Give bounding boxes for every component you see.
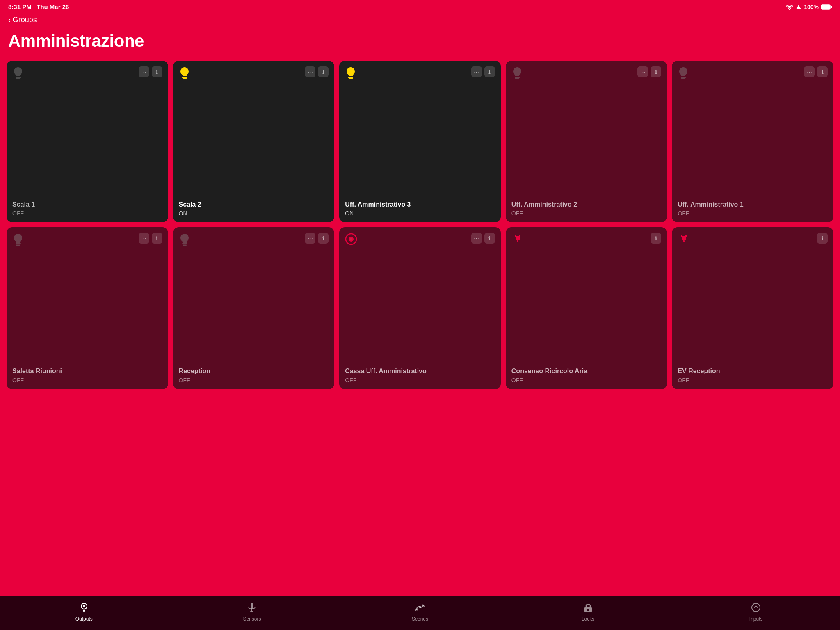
tab-outputs-label: Outputs: [75, 616, 93, 622]
card-cassa[interactable]: ⋯ ℹ Cassa Uff. Amministrativo OFF: [339, 227, 501, 389]
card-name: Uff. Amministrativo 1: [678, 201, 828, 208]
info-icon: ℹ: [318, 233, 329, 244]
schedule-icon: ⋯: [139, 233, 149, 244]
scenes-icon: [414, 602, 426, 614]
svg-rect-25: [681, 235, 682, 237]
schedule-icon: ⋯: [804, 66, 815, 77]
bulb-icon: [511, 66, 523, 82]
sensors-icon: [247, 602, 256, 614]
svg-rect-8: [515, 77, 520, 78]
card-name: Saletta Riunioni: [12, 367, 162, 375]
bulb-icon: [12, 233, 24, 249]
bulb-icon: [12, 66, 24, 82]
svg-rect-7: [349, 78, 353, 80]
back-nav[interactable]: ‹ Groups: [0, 14, 840, 28]
info-icon: ℹ: [484, 233, 495, 244]
card-top: ⋯ ℹ: [12, 66, 162, 82]
bulb-icon: [678, 66, 689, 82]
svg-point-35: [422, 605, 424, 607]
svg-rect-22: [519, 235, 520, 237]
svg-rect-13: [16, 245, 20, 246]
outputs-icon: [79, 602, 89, 614]
status-right: 100%: [786, 4, 832, 10]
tab-outputs[interactable]: Outputs: [68, 602, 100, 622]
speaker-icon: [345, 233, 357, 247]
svg-point-28: [83, 605, 85, 607]
svg-rect-2: [16, 77, 21, 78]
card-grid: ⋯ ℹ Scala 1 OFF ⋯ ℹ Scala 2: [0, 59, 840, 396]
bulb-icon: [179, 233, 190, 249]
info-icon: ℹ: [484, 66, 495, 77]
info-icon: ℹ: [651, 66, 661, 77]
svg-rect-14: [182, 243, 187, 244]
inputs-icon: [751, 602, 761, 614]
info-icon: ℹ: [152, 233, 162, 244]
card-status: OFF: [12, 377, 162, 383]
bulb-on-icon: [179, 66, 190, 82]
svg-rect-23: [682, 236, 686, 240]
battery-percent: 100%: [804, 4, 819, 10]
schedule-icon: ⋯: [637, 66, 648, 77]
status-time: 8:31 PM Thu Mar 26: [8, 3, 69, 10]
svg-point-18: [350, 238, 352, 240]
svg-rect-26: [685, 235, 687, 237]
svg-rect-11: [681, 78, 685, 80]
card-name: Scala 2: [179, 201, 329, 208]
info-icon: ℹ: [651, 233, 661, 244]
card-reception[interactable]: ⋯ ℹ Reception OFF: [173, 227, 335, 389]
card-name: Scala 1: [12, 201, 162, 208]
card-name: Consenso Ricircolo Aria: [511, 367, 662, 375]
svg-rect-32: [250, 611, 253, 612]
card-name: Reception: [179, 367, 329, 375]
svg-rect-30: [251, 603, 253, 609]
svg-rect-12: [16, 243, 21, 244]
svg-point-34: [419, 606, 421, 608]
svg-rect-31: [251, 609, 252, 611]
schedule-icon: ⋯: [139, 66, 149, 77]
tab-locks-label: Locks: [582, 616, 594, 622]
svg-rect-21: [515, 235, 516, 237]
card-meta-icons: ⋯ ℹ: [139, 66, 162, 77]
card-consenso[interactable]: ℹ Consenso Ricircolo Aria OFF: [506, 227, 667, 389]
svg-rect-4: [182, 77, 187, 78]
card-name: Uff. Amministrativo 3: [345, 201, 495, 208]
plug-icon: [678, 233, 690, 247]
tab-locks[interactable]: Locks: [572, 602, 605, 622]
svg-rect-6: [348, 77, 353, 78]
svg-rect-24: [683, 240, 685, 242]
tab-sensors-label: Sensors: [243, 616, 261, 622]
card-status: ON: [345, 210, 495, 217]
schedule-icon: ⋯: [305, 233, 315, 244]
card-ev-reception[interactable]: ℹ EV Reception OFF: [672, 227, 833, 389]
svg-rect-20: [517, 240, 518, 242]
card-uff1[interactable]: ⋯ ℹ Uff. Amministrativo 1 OFF: [672, 61, 833, 222]
card-uff3[interactable]: ⋯ ℹ Uff. Amministrativo 3 ON: [339, 61, 501, 222]
bulb-on-icon: [345, 66, 356, 82]
tab-sensors[interactable]: Sensors: [235, 602, 268, 622]
card-scala1[interactable]: ⋯ ℹ Scala 1 OFF: [7, 61, 168, 222]
battery-icon: [821, 4, 832, 10]
svg-rect-5: [183, 78, 187, 80]
card-name: Cassa Uff. Amministrativo: [345, 367, 495, 375]
info-icon: ℹ: [817, 233, 828, 244]
back-label: Groups: [13, 16, 37, 24]
wifi-icon: [786, 4, 793, 10]
schedule-icon: ⋯: [471, 233, 482, 244]
card-status: ON: [179, 210, 329, 217]
svg-rect-3: [16, 78, 20, 80]
card-saletta[interactable]: ⋯ ℹ Saletta Riunioni OFF: [7, 227, 168, 389]
card-status: OFF: [511, 210, 662, 217]
card-status: OFF: [511, 377, 662, 383]
card-scala2[interactable]: ⋯ ℹ Scala 2 ON: [173, 61, 335, 222]
status-bar: 8:31 PM Thu Mar 26 100%: [0, 0, 840, 14]
tab-scenes[interactable]: Scenes: [404, 602, 436, 622]
tab-bar: Outputs Sensors Scenes: [0, 596, 840, 630]
svg-rect-1: [831, 6, 832, 8]
card-name: Uff. Amministrativo 2: [511, 201, 662, 208]
card-status: OFF: [12, 210, 162, 217]
card-uff2[interactable]: ⋯ ℹ Uff. Amministrativo 2 OFF: [506, 61, 667, 222]
tab-inputs[interactable]: Inputs: [740, 602, 772, 622]
tab-inputs-label: Inputs: [749, 616, 763, 622]
schedule-icon: ⋯: [305, 66, 315, 77]
tab-scenes-label: Scenes: [412, 616, 428, 622]
